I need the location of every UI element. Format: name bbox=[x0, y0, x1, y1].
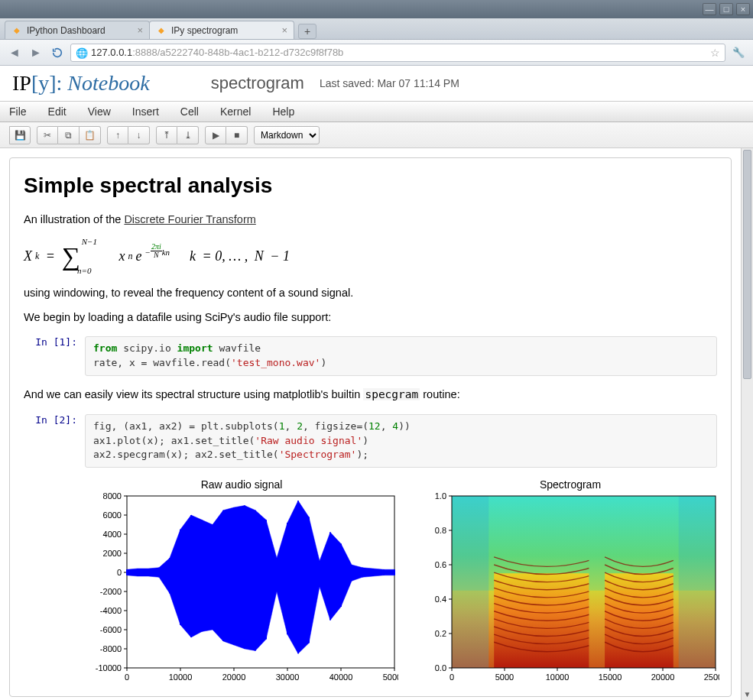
dft-link[interactable]: Discrete Fourier Transform bbox=[124, 213, 255, 225]
svg-text:-10000: -10000 bbox=[96, 663, 122, 672]
svg-text:0: 0 bbox=[125, 672, 129, 682]
insert-above-icon: ⤒ bbox=[163, 130, 170, 141]
input-prompt: In [1]: bbox=[24, 336, 85, 376]
move-down-button[interactable]: ↓ bbox=[128, 126, 150, 144]
svg-text:6000: 6000 bbox=[103, 510, 122, 520]
code-input[interactable]: fig, (ax1, ax2) = plt.subplots(1, 2, fig… bbox=[85, 414, 717, 468]
stop-icon: ■ bbox=[234, 130, 239, 141]
tab-label: IPython Dashboard bbox=[27, 25, 105, 36]
tab-label: IPy spectrogram bbox=[171, 25, 238, 36]
svg-text:0: 0 bbox=[117, 568, 122, 577]
svg-text:4000: 4000 bbox=[103, 530, 122, 539]
window-maximize-button[interactable]: □ bbox=[719, 3, 733, 15]
save-icon: 💾 bbox=[15, 130, 26, 141]
reload-icon bbox=[51, 47, 63, 59]
output-plots: Raw audio signal 01000020000300004000050… bbox=[85, 478, 717, 687]
svg-text:0.8: 0.8 bbox=[435, 526, 446, 535]
favicon-icon: ◆ bbox=[156, 25, 167, 36]
code-cell-1[interactable]: In [1]: from scipy.io import wavfile rat… bbox=[24, 336, 717, 376]
bookmark-star-icon[interactable]: ☆ bbox=[710, 47, 720, 59]
code-input[interactable]: from scipy.io import wavfile rate, x = w… bbox=[85, 336, 717, 376]
svg-text:-2000: -2000 bbox=[100, 587, 122, 596]
menu-help[interactable]: Help bbox=[272, 105, 294, 118]
svg-text:50000: 50000 bbox=[383, 672, 398, 682]
copy-button[interactable]: ⧉ bbox=[58, 126, 80, 144]
inline-code: specgram bbox=[363, 388, 420, 400]
back-button[interactable]: ◄ bbox=[6, 44, 23, 61]
browser-tabstrip: ◆ IPython Dashboard × ◆ IPy spectrogram … bbox=[0, 18, 753, 40]
menu-view[interactable]: View bbox=[88, 105, 111, 118]
notebook-header: IP[y]: Notebook spectrogram Last saved: … bbox=[0, 66, 753, 101]
svg-text:40000: 40000 bbox=[329, 672, 353, 682]
settings-wrench-icon[interactable]: 🔧 bbox=[730, 44, 747, 61]
address-bar[interactable]: 🌐 127.0.0.1:8888/a5222740-848b-4ac1-b212… bbox=[70, 44, 725, 62]
markdown-heading: Simple spectral analysis bbox=[24, 173, 717, 198]
svg-text:-4000: -4000 bbox=[100, 606, 122, 615]
insert-below-icon: ⤓ bbox=[184, 130, 192, 141]
plot-raw-audio: Raw audio signal 01000020000300004000050… bbox=[85, 478, 398, 687]
heatmap-chart: 05000100001500020000250000.00.20.40.60.8… bbox=[421, 492, 719, 687]
svg-text:15000: 15000 bbox=[599, 672, 622, 682]
cell-type-select[interactable]: Markdown bbox=[254, 126, 320, 144]
browser-tab-dashboard[interactable]: ◆ IPython Dashboard × bbox=[5, 21, 150, 39]
svg-text:0.2: 0.2 bbox=[435, 629, 446, 638]
globe-icon: 🌐 bbox=[76, 47, 86, 58]
move-up-button[interactable]: ↑ bbox=[107, 126, 128, 144]
browser-tab-spectrogram[interactable]: ◆ IPy spectrogram × bbox=[149, 21, 294, 39]
arrow-down-icon: ↓ bbox=[137, 130, 141, 141]
browser-toolbar: ◄ ► 🌐 127.0.0.1:8888/a5222740-848b-4ac1-… bbox=[0, 40, 753, 66]
paste-icon: 📋 bbox=[84, 130, 96, 141]
window-close-button[interactable]: × bbox=[736, 3, 750, 15]
page-content: IP[y]: Notebook spectrogram Last saved: … bbox=[0, 66, 753, 700]
save-button[interactable]: 💾 bbox=[9, 126, 31, 144]
menu-edit[interactable]: Edit bbox=[48, 105, 67, 118]
forward-button[interactable]: ► bbox=[28, 44, 44, 61]
svg-text:20000: 20000 bbox=[222, 672, 246, 682]
last-saved-text: Last saved: Mar 07 11:14 PM bbox=[320, 77, 459, 89]
markdown-paragraph: And we can easily view its spectral stru… bbox=[24, 387, 717, 403]
svg-rect-65 bbox=[679, 496, 716, 668]
menu-cell[interactable]: Cell bbox=[180, 105, 199, 118]
menu-file[interactable]: File bbox=[9, 105, 27, 118]
tab-close-icon[interactable]: × bbox=[137, 24, 143, 36]
notebook-cells: Simple spectral analysis An illustration… bbox=[9, 157, 732, 697]
svg-text:0: 0 bbox=[450, 672, 454, 682]
insert-above-button[interactable]: ⤒ bbox=[156, 126, 177, 144]
scroll-thumb[interactable] bbox=[743, 150, 751, 379]
svg-text:0.4: 0.4 bbox=[435, 595, 446, 604]
markdown-paragraph: using windowing, to reveal the frequency… bbox=[24, 285, 717, 302]
new-tab-button[interactable]: + bbox=[298, 24, 316, 39]
notebook-body[interactable]: Simple spectral analysis An illustration… bbox=[0, 148, 741, 700]
tab-close-icon[interactable]: × bbox=[281, 24, 287, 36]
run-button[interactable]: ▶ bbox=[205, 126, 226, 144]
cut-button[interactable]: ✂ bbox=[37, 126, 58, 144]
svg-text:10000: 10000 bbox=[546, 672, 570, 682]
ipython-logo: IP[y]: Notebook bbox=[12, 71, 150, 96]
scroll-down-icon[interactable]: ▼ bbox=[742, 688, 753, 700]
cut-icon: ✂ bbox=[44, 130, 51, 141]
window-minimize-button[interactable]: — bbox=[703, 3, 716, 15]
svg-text:20000: 20000 bbox=[651, 672, 675, 682]
menu-kernel[interactable]: Kernel bbox=[220, 105, 251, 118]
notebook-name[interactable]: spectrogram bbox=[211, 73, 304, 93]
code-cell-2[interactable]: In [2]: fig, (ax1, ax2) = plt.subplots(1… bbox=[24, 414, 717, 468]
svg-text:10000: 10000 bbox=[169, 672, 193, 682]
arrow-up-icon: ↑ bbox=[115, 130, 120, 141]
svg-text:8000: 8000 bbox=[103, 492, 122, 501]
url-text: 127.0.0.1:8888/a5222740-848b-4ac1-b212-d… bbox=[91, 47, 706, 58]
vertical-scrollbar[interactable]: ▲ ▼ bbox=[741, 148, 753, 700]
svg-text:0.0: 0.0 bbox=[435, 663, 446, 672]
input-prompt: In [2]: bbox=[24, 414, 85, 468]
window-titlebar: — □ × bbox=[0, 0, 753, 18]
stop-button[interactable]: ■ bbox=[226, 126, 248, 144]
svg-text:1.0: 1.0 bbox=[435, 492, 446, 501]
menu-insert[interactable]: Insert bbox=[132, 105, 159, 118]
markdown-paragraph: An illustration of the Discrete Fourier … bbox=[24, 212, 717, 228]
play-icon: ▶ bbox=[213, 130, 219, 141]
line-chart: 01000020000300004000050000-10000-8000-60… bbox=[85, 492, 398, 687]
insert-below-button[interactable]: ⤓ bbox=[177, 126, 199, 144]
reload-button[interactable] bbox=[49, 44, 66, 61]
markdown-paragraph: We begin by loading a datafile using Sci… bbox=[24, 309, 717, 326]
toolbar: 💾 ✂ ⧉ 📋 ↑ ↓ ⤒ ⤓ ▶ ■ Markdown bbox=[0, 122, 753, 148]
paste-button[interactable]: 📋 bbox=[80, 126, 101, 144]
